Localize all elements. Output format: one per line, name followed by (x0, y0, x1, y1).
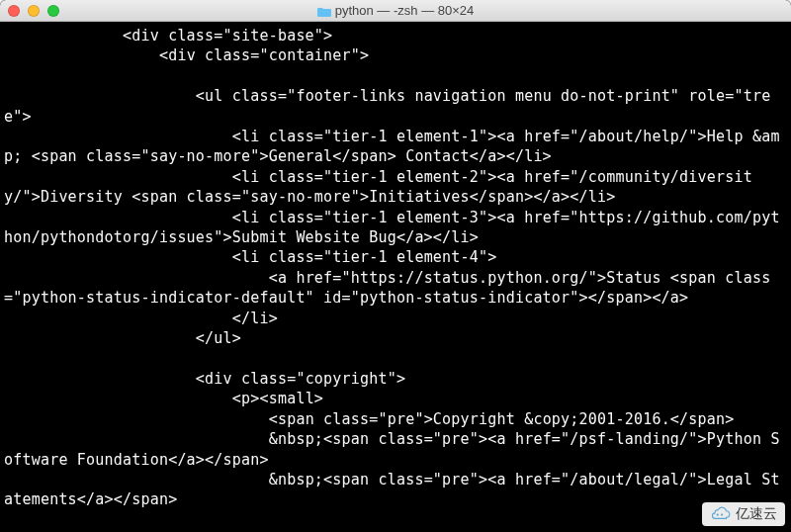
window-title-text: python — -zsh — 80×24 (335, 3, 475, 18)
terminal-output[interactable]: <div class="site-base"> <div class="cont… (0, 22, 791, 532)
zoom-icon[interactable] (47, 5, 59, 17)
terminal-window: python — -zsh — 80×24 <div class="site-b… (0, 0, 791, 532)
window-titlebar[interactable]: python — -zsh — 80×24 (0, 0, 791, 22)
close-icon[interactable] (8, 5, 20, 17)
svg-point-0 (717, 513, 719, 515)
watermark-text: 亿速云 (736, 505, 777, 523)
watermark: 亿速云 (702, 502, 785, 526)
traffic-lights (8, 5, 59, 17)
window-title: python — -zsh — 80×24 (0, 3, 791, 18)
folder-icon (317, 5, 331, 16)
minimize-icon[interactable] (28, 5, 40, 17)
cloud-icon (710, 506, 732, 522)
svg-point-1 (721, 513, 723, 515)
